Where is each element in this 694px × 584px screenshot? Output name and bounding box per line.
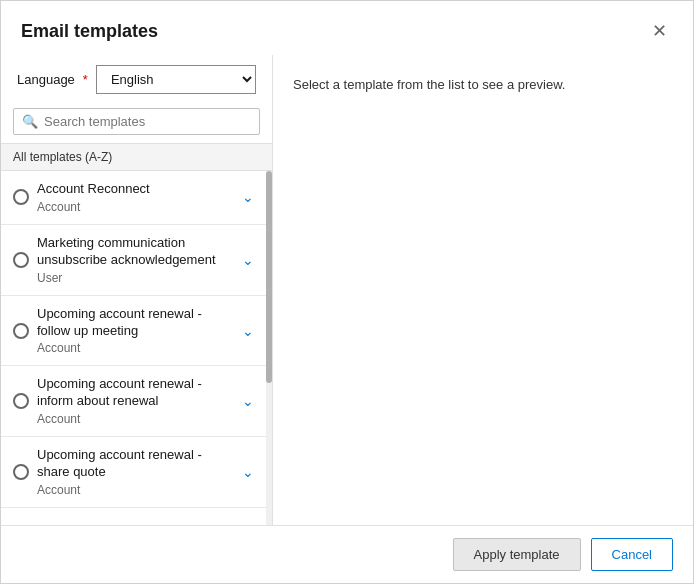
template-name: Account Reconnect [37,181,228,198]
template-name: Upcoming account renewal - follow up mee… [37,306,228,340]
search-box: 🔍 [13,108,260,135]
template-name: Upcoming account renewal - inform about … [37,376,228,410]
left-panel: Language * English French German Spanish… [1,55,273,525]
search-input[interactable] [44,114,251,129]
list-item[interactable]: Marketing communication unsubscribe ackn… [1,225,272,296]
radio-button[interactable] [13,189,29,205]
template-info: Upcoming account renewal - follow up mee… [37,306,228,356]
template-category: Account [37,483,228,497]
right-panel: Select a template from the list to see a… [273,55,693,525]
chevron-down-icon[interactable]: ⌄ [236,389,260,413]
email-templates-dialog: Email templates ✕ Language * English Fre… [0,0,694,584]
list-item[interactable]: Upcoming account renewal - share quote A… [1,437,272,508]
template-info: Upcoming account renewal - share quote A… [37,447,228,497]
scrollbar-thumb[interactable] [266,171,272,383]
list-item[interactable]: Upcoming account renewal - inform about … [1,366,272,437]
language-select[interactable]: English French German Spanish [96,65,256,94]
chevron-down-icon[interactable]: ⌄ [236,185,260,209]
template-category: User [37,271,228,285]
radio-button[interactable] [13,323,29,339]
dialog-footer: Apply template Cancel [1,525,693,583]
dialog-title: Email templates [21,21,158,42]
required-indicator: * [83,72,88,87]
language-row: Language * English French German Spanish [1,55,272,104]
template-info: Marketing communication unsubscribe ackn… [37,235,228,285]
dialog-body: Language * English French German Spanish… [1,55,693,525]
language-label: Language [17,72,75,87]
apply-template-button[interactable]: Apply template [453,538,581,571]
chevron-down-icon[interactable]: ⌄ [236,248,260,272]
template-name: Marketing communication unsubscribe ackn… [37,235,228,269]
template-category: Account [37,341,228,355]
section-header: All templates (A-Z) [1,143,272,171]
dialog-header: Email templates ✕ [1,1,693,55]
search-icon: 🔍 [22,114,38,129]
cancel-button[interactable]: Cancel [591,538,673,571]
template-info: Upcoming account renewal - inform about … [37,376,228,426]
radio-button[interactable] [13,393,29,409]
chevron-down-icon[interactable]: ⌄ [236,319,260,343]
template-info: Account Reconnect Account [37,181,228,214]
template-list-wrapper: Account Reconnect Account ⌄ Marketing co… [1,171,272,525]
preview-empty-text: Select a template from the list to see a… [293,75,565,95]
close-button[interactable]: ✕ [645,17,673,45]
template-name: Upcoming account renewal - share quote [37,447,228,481]
chevron-down-icon[interactable]: ⌄ [236,460,260,484]
radio-button[interactable] [13,252,29,268]
template-category: Account [37,412,228,426]
list-item[interactable]: Upcoming account renewal - follow up mee… [1,296,272,367]
template-list: Account Reconnect Account ⌄ Marketing co… [1,171,272,508]
template-category: Account [37,200,228,214]
list-item[interactable]: Account Reconnect Account ⌄ [1,171,272,225]
radio-button[interactable] [13,464,29,480]
scrollbar-track [266,171,272,525]
